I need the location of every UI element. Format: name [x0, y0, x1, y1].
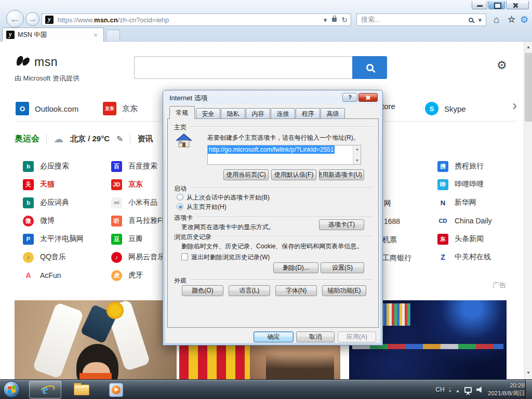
link-xiaomi-youpin[interactable]: mi小米有品	[111, 196, 157, 209]
url-dropdown-icon[interactable]	[324, 16, 327, 24]
close-button[interactable]	[506, 1, 529, 9]
language-indicator[interactable]: CH	[435, 386, 444, 393]
scroll-down-icon[interactable]	[353, 157, 361, 164]
scroll-down-icon[interactable]	[524, 369, 532, 377]
forward-button[interactable]	[25, 12, 39, 26]
link-netease-music[interactable]: ♪网易云音乐	[111, 251, 165, 263]
link-pconline[interactable]: P太平洋电脑网	[23, 233, 84, 245]
languages-button[interactable]: 语言(L)	[229, 285, 270, 296]
start-button[interactable]	[3, 381, 20, 398]
msn-logo[interactable]: msn	[16, 55, 58, 69]
search-icon[interactable]	[469, 18, 473, 22]
taskbar-media-player-item[interactable]	[100, 381, 132, 398]
dialog-tab-programs[interactable]: 程序	[296, 108, 320, 119]
link-bing-search[interactable]: b必应搜索	[23, 160, 69, 172]
top-link-outlook[interactable]: O Outlook.com	[16, 102, 78, 115]
dialog-tab-advanced[interactable]: 高级	[321, 108, 345, 119]
top-link-store-fragment[interactable]: tore	[382, 102, 395, 111]
ok-button[interactable]: 确定	[254, 331, 294, 342]
more-links-chevron-icon[interactable]	[512, 98, 517, 114]
dialog-tab-content[interactable]: 内容	[246, 108, 270, 119]
taskbar-explorer-item[interactable]	[65, 381, 98, 398]
dialog-tab-general[interactable]: 常规	[169, 106, 195, 119]
use-default-button[interactable]: 使用默认值(F)	[271, 169, 316, 180]
tab-close-icon[interactable]	[91, 31, 100, 39]
language-bar-options-icon[interactable]: ▫▾	[449, 387, 451, 393]
photo-olympics-athlete[interactable]	[15, 300, 177, 379]
address-bar[interactable]: y https://www.msn.cn/zh-cn?ocid=iehp	[42, 14, 351, 26]
link-qq-music[interactable]: ♪QQ音乐	[23, 251, 66, 263]
home-page-textarea[interactable]: http://go.microsoft.com/fwlink/p/?LinkId…	[207, 145, 361, 165]
hidden-link-fragment[interactable]: 网	[384, 199, 391, 208]
restore-button[interactable]	[488, 1, 505, 9]
edit-pencil-icon[interactable]	[116, 134, 123, 144]
scroll-up-icon[interactable]	[524, 43, 532, 51]
dialog-tab-security[interactable]: 安全	[196, 108, 220, 119]
volume-icon[interactable]	[476, 387, 483, 393]
tabs-button[interactable]: 选项卡(T)	[319, 219, 364, 230]
start-with-home-page-radio[interactable]	[177, 203, 183, 210]
browser-search-box[interactable]: 搜索...	[356, 14, 486, 26]
weather-city-temp[interactable]: 北京 / 29°C	[70, 134, 110, 144]
dialog-close-button[interactable]	[358, 93, 378, 102]
textarea-scrollbar[interactable]	[353, 145, 361, 164]
link-tmall[interactable]: 天天猫	[23, 178, 55, 191]
taskbar-ie-item[interactable]: e	[29, 381, 61, 398]
dialog-help-button[interactable]	[342, 93, 357, 102]
link-toutiao-news[interactable]: 东头条新闻	[437, 233, 484, 245]
home-icon[interactable]	[494, 14, 499, 25]
link-weibo[interactable]: 微微博	[23, 215, 55, 227]
favorites-star-icon[interactable]	[508, 14, 515, 25]
delete-history-on-exit-checkbox[interactable]	[181, 254, 188, 260]
colors-button[interactable]: 颜色(O)	[182, 285, 223, 296]
taskbar-clock[interactable]: 20:28 2021/8/8/周日	[488, 382, 525, 397]
link-china-daily[interactable]: CDChina Daily	[437, 215, 492, 227]
scrollbar-thumb[interactable]	[525, 53, 532, 122]
minimize-button[interactable]	[472, 1, 487, 9]
start-with-last-session-radio[interactable]	[177, 194, 183, 201]
link-bilibili[interactable]: 哔哔哩哔哩	[437, 178, 484, 191]
msn-search-input[interactable]	[134, 56, 352, 79]
top-link-skype[interactable]: S Skype	[425, 102, 466, 115]
hidden-icons-arrow[interactable]	[456, 385, 460, 394]
delete-button[interactable]: 删除(D)...	[273, 262, 318, 273]
use-new-tab-button[interactable]: 使用新选项卡(U)	[319, 169, 364, 180]
link-xinhuanet[interactable]: N新华网	[437, 196, 476, 209]
scroll-up-icon[interactable]	[353, 145, 361, 153]
hidden-link-fragment[interactable]: 1688	[384, 217, 400, 225]
link-baidu[interactable]: 百百度搜索	[111, 160, 157, 172]
search-dropdown-icon[interactable]	[478, 16, 482, 24]
olympics-link[interactable]: 奥运会	[15, 134, 39, 144]
link-zol[interactable]: Z中关村在线	[437, 251, 491, 263]
settings-button[interactable]: 设置(S)	[321, 262, 364, 273]
page-settings-gear-icon[interactable]	[497, 59, 507, 72]
hidden-link-fragment[interactable]: 机票	[382, 235, 397, 245]
back-button[interactable]	[6, 10, 24, 28]
dialog-tab-connections[interactable]: 连接	[271, 108, 295, 119]
link-jd[interactable]: JD京东	[111, 178, 143, 191]
top-link-jd[interactable]: 京东 京东	[103, 102, 138, 115]
link-ctrip[interactable]: 携携程旅行	[437, 160, 484, 172]
network-icon[interactable]	[464, 387, 472, 393]
fonts-button[interactable]: 字体(N)	[275, 285, 317, 296]
browser-tab[interactable]: y MSN 中国	[2, 28, 104, 42]
dialog-titlebar[interactable]: Internet 选项	[163, 90, 382, 104]
hidden-link-fragment[interactable]: 工商银行	[382, 254, 411, 263]
link-huya[interactable]: 虎虎牙	[111, 269, 143, 282]
tools-gear-icon[interactable]	[520, 14, 528, 25]
link-acfun[interactable]: AAcFun	[23, 269, 61, 282]
show-desktop-button[interactable]	[525, 380, 532, 399]
link-ximalaya[interactable]: 听喜马拉雅FM	[111, 215, 168, 227]
news-link[interactable]: 资讯	[137, 134, 153, 144]
cancel-button[interactable]: 取消	[296, 331, 335, 342]
link-bing-dict[interactable]: b必应词典	[23, 196, 69, 209]
accessibility-button[interactable]: 辅助功能(E)	[322, 285, 366, 296]
refresh-icon[interactable]	[341, 16, 348, 24]
new-tab-button[interactable]	[106, 30, 120, 41]
url-path: /zh-cn?ocid=iehp	[118, 16, 169, 24]
dialog-tab-privacy[interactable]: 隐私	[221, 108, 245, 119]
link-douban[interactable]: 豆豆瓣	[111, 233, 143, 245]
msn-search-button[interactable]	[352, 56, 387, 79]
page-scrollbar[interactable]	[524, 42, 532, 379]
use-current-button[interactable]: 使用当前页(C)	[223, 169, 269, 180]
